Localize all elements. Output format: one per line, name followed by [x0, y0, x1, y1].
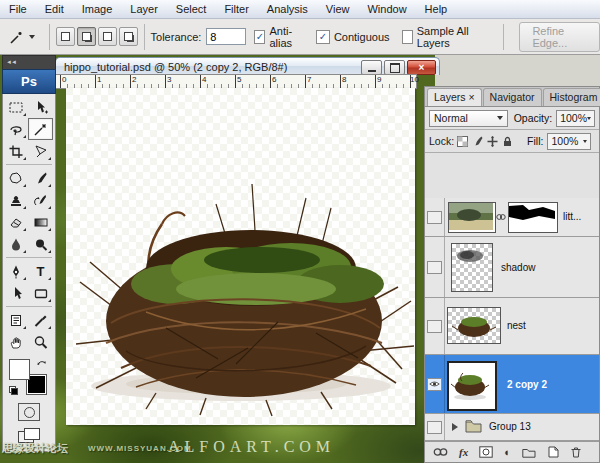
visibility-toggle[interactable]	[427, 261, 442, 274]
fill-value[interactable]: 100%	[547, 133, 591, 150]
chevron-down-icon	[587, 117, 591, 120]
menu-layer[interactable]: Layer	[121, 0, 167, 18]
canvas[interactable]	[66, 88, 415, 425]
document-title-bar[interactable]: hippo_tutorial.psd @ 50% (2 copy 2, RGB/…	[55, 57, 440, 75]
magic-wand-icon	[33, 122, 49, 137]
lock-image-icon[interactable]	[472, 136, 483, 147]
link-layers-icon[interactable]	[433, 447, 448, 457]
new-selection-button[interactable]	[56, 27, 75, 46]
menu-window[interactable]: Window	[358, 0, 415, 18]
maximize-icon	[390, 63, 400, 73]
menu-view[interactable]: View	[317, 0, 359, 18]
layer-thumbnail[interactable]	[447, 361, 497, 411]
layer-row-nest[interactable]: nest	[425, 298, 599, 355]
visibility-toggle[interactable]	[427, 421, 442, 434]
minimize-button[interactable]	[361, 60, 382, 75]
crop-icon	[8, 144, 24, 159]
layer-thumbnail[interactable]	[447, 307, 501, 344]
zoom-tool[interactable]	[28, 331, 53, 353]
swap-colors-icon[interactable]	[37, 359, 47, 368]
history-brush-icon	[33, 193, 49, 208]
foreground-color-swatch[interactable]	[9, 359, 30, 380]
default-colors-icon[interactable]	[9, 386, 18, 395]
gradient-tool[interactable]	[28, 211, 53, 233]
tolerance-input[interactable]	[206, 28, 246, 45]
menu-edit[interactable]: Edit	[36, 0, 73, 18]
close-button[interactable]: ×	[407, 60, 436, 75]
direct-select-icon	[8, 286, 24, 301]
menu-analysis[interactable]: Analysis	[258, 0, 317, 18]
history-brush-tool[interactable]	[28, 189, 53, 211]
layer-row-shadow[interactable]: shadow	[425, 237, 599, 298]
ruler-number: 6	[272, 75, 276, 84]
divider	[6, 164, 52, 165]
marquee-tool[interactable]	[3, 96, 28, 118]
pen-tool[interactable]	[3, 260, 28, 282]
anti-alias-checkbox[interactable]: ✓ Anti-alias	[254, 25, 304, 49]
add-to-selection-button[interactable]	[77, 27, 96, 46]
blend-mode-select[interactable]: Normal	[429, 110, 508, 127]
layer-row-2-copy-2[interactable]: 2 copy 2	[425, 355, 599, 414]
healing-brush-tool[interactable]	[3, 167, 28, 189]
new-layer-icon[interactable]	[547, 446, 559, 458]
visibility-toggle[interactable]	[427, 211, 442, 224]
sample-all-layers-checkbox[interactable]: Sample All Layers	[402, 25, 485, 49]
blur-tool[interactable]	[3, 233, 28, 255]
shape-tool[interactable]	[28, 282, 53, 304]
visibility-toggle[interactable]	[427, 378, 442, 391]
lock-all-icon[interactable]	[502, 136, 513, 147]
layer-row-litt[interactable]: litt...	[425, 198, 599, 237]
lasso-tool[interactable]	[3, 118, 28, 140]
note-icon	[8, 313, 24, 328]
move-tool[interactable]	[28, 96, 53, 118]
delete-layer-icon[interactable]	[570, 446, 582, 458]
menu-image[interactable]: Image	[73, 0, 122, 18]
layer-style-icon[interactable]: fx	[459, 446, 468, 458]
dodge-tool[interactable]	[28, 233, 53, 255]
hand-tool[interactable]	[3, 331, 28, 353]
lock-transparency-icon[interactable]	[457, 136, 468, 147]
blend-mode-row: Normal Opacity: 100%	[425, 107, 599, 130]
magic-wand-tool[interactable]	[28, 118, 53, 140]
menu-help[interactable]: Help	[416, 0, 457, 18]
divider	[6, 257, 52, 258]
contiguous-label: Contiguous	[334, 31, 390, 43]
expand-group-icon[interactable]	[452, 423, 458, 431]
eraser-tool[interactable]	[3, 211, 28, 233]
opacity-value[interactable]: 100%	[556, 110, 595, 127]
visibility-toggle[interactable]	[427, 320, 442, 333]
subtract-from-selection-button[interactable]	[98, 27, 117, 46]
contiguous-checkbox[interactable]: ✓ Contiguous	[316, 30, 390, 44]
eyedropper-tool[interactable]	[28, 309, 53, 331]
crop-tool[interactable]	[3, 140, 28, 162]
quick-mask-mode-button[interactable]	[18, 403, 40, 421]
menu-select[interactable]: Select	[167, 0, 216, 18]
layer-mask-thumbnail[interactable]	[508, 202, 558, 233]
menu-filter[interactable]: Filter	[215, 0, 257, 18]
new-group-icon[interactable]	[522, 447, 536, 458]
layer-thumbnail[interactable]	[451, 243, 493, 292]
layer-row-group-13[interactable]: Group 13	[425, 414, 599, 441]
menu-file[interactable]: File	[0, 0, 36, 18]
tab-navigator[interactable]: Navigator	[483, 88, 542, 106]
type-tool[interactable]: T	[28, 260, 53, 282]
tab-close-icon[interactable]: ×	[468, 91, 474, 103]
layer-thumbnail[interactable]	[448, 202, 496, 233]
path-selection-tool[interactable]	[3, 282, 28, 304]
tool-preset-picker[interactable]	[0, 28, 43, 46]
add-mask-icon[interactable]	[479, 446, 493, 458]
clone-stamp-tool[interactable]	[3, 189, 28, 211]
brush-tool[interactable]	[28, 167, 53, 189]
adjustment-layer-icon[interactable]: ◐	[504, 447, 511, 458]
tab-layers[interactable]: Layers ×	[427, 88, 482, 106]
photoshop-window: File Edit Image Layer Select Filter Anal…	[0, 0, 600, 463]
refine-edge-button[interactable]: Refine Edge...	[519, 22, 600, 52]
maximize-button[interactable]	[384, 60, 405, 75]
slice-tool[interactable]	[28, 140, 53, 162]
intersect-selection-button[interactable]	[119, 27, 138, 46]
collapse-panel-button[interactable]: ◄◄	[2, 55, 56, 69]
lock-position-icon[interactable]	[487, 136, 498, 147]
forum-watermark: 思缘设计论坛	[2, 441, 68, 456]
tab-histogram[interactable]: Histogram	[543, 88, 600, 106]
notes-tool[interactable]	[3, 309, 28, 331]
